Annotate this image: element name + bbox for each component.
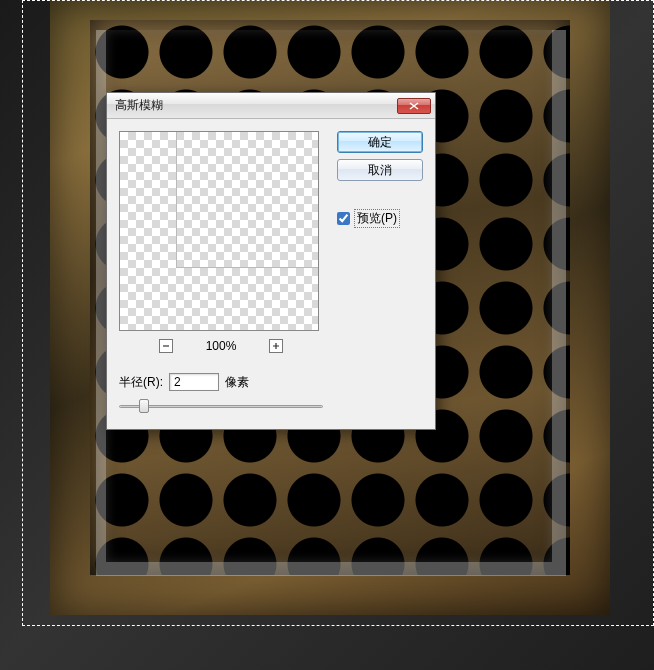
slider-thumb[interactable] — [139, 399, 149, 413]
radius-label: 半径(R): — [119, 374, 163, 391]
radius-row: 半径(R): 像素 — [119, 373, 323, 391]
slider-track — [119, 405, 323, 408]
zoom-value: 100% — [201, 339, 241, 353]
cancel-button[interactable]: 取消 — [337, 159, 423, 181]
ok-button[interactable]: 确定 — [337, 131, 423, 153]
dialog-right-column: 确定 取消 预览(P) — [337, 131, 423, 413]
close-button[interactable] — [397, 98, 431, 114]
plus-icon — [272, 342, 280, 350]
radius-input[interactable] — [169, 373, 219, 391]
minus-icon — [162, 342, 170, 350]
dialog-titlebar[interactable]: 高斯模糊 — [107, 93, 435, 119]
zoom-in-button[interactable] — [269, 339, 283, 353]
preview-checkbox-row[interactable]: 预览(P) — [337, 209, 423, 228]
zoom-controls: 100% — [119, 339, 323, 353]
preview-checkbox[interactable] — [337, 212, 350, 225]
dialog-left-column: 100% 半径(R): 像素 — [119, 131, 323, 413]
radius-unit: 像素 — [225, 374, 249, 391]
preview-thumbnail[interactable] — [119, 131, 319, 331]
dialog-title: 高斯模糊 — [115, 97, 397, 114]
dialog-body: 100% 半径(R): 像素 确定 取消 预览(P) — [107, 119, 435, 429]
preview-label: 预览(P) — [354, 209, 400, 228]
gaussian-blur-dialog: 高斯模糊 100% 半径(R): 像素 — [106, 92, 436, 430]
preview-selection-outline — [176, 132, 319, 268]
radius-slider[interactable] — [119, 399, 323, 413]
zoom-out-button[interactable] — [159, 339, 173, 353]
close-icon — [409, 102, 419, 110]
